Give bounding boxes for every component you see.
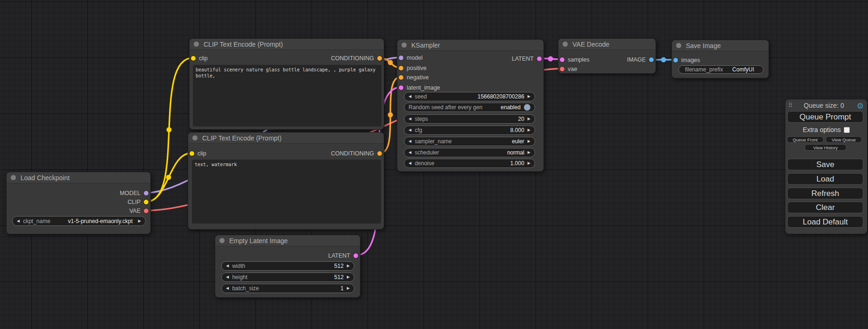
output-vae[interactable]: VAE [129, 206, 148, 216]
link-dot-negative[interactable] [388, 112, 393, 118]
input-clip[interactable]: clip [191, 54, 208, 63]
collapse-dot-icon[interactable] [676, 43, 681, 48]
latent-port-dot[interactable] [353, 253, 358, 258]
collapse-dot-icon[interactable] [11, 175, 16, 180]
model-port-dot[interactable] [399, 56, 403, 60]
link-dot-clip1[interactable] [167, 127, 172, 133]
node-clip-text-encode-positive[interactable]: CLIP Text Encode (Prompt) clip CONDITION… [189, 38, 384, 130]
positive-prompt-textarea[interactable]: beautiful scenery nature glass bottle la… [193, 65, 381, 126]
batch-size-widget[interactable]: ◀ batch_size 1 ▶ [221, 284, 354, 293]
toggle-knob-icon[interactable] [524, 104, 530, 111]
gear-icon[interactable]: ⚙ [857, 101, 864, 111]
denoise-widget[interactable]: ◀ denoise 1.000 ▶ [404, 159, 535, 168]
input-model[interactable]: model [399, 53, 423, 63]
clip-port-dot[interactable] [144, 200, 148, 204]
load-button[interactable]: Load [787, 173, 863, 185]
input-images[interactable]: images [673, 56, 700, 65]
input-vae[interactable]: vae [560, 64, 577, 74]
random-seed-toggle-widget[interactable]: Random seed after every gen enabled [404, 103, 535, 112]
scheduler-widget[interactable]: ◀ scheduler normal ▶ [404, 148, 535, 157]
input-clip[interactable]: clip [190, 149, 206, 158]
node-empty-latent-image[interactable]: Empty Latent Image LATENT ◀ width 512 ▶ … [215, 235, 360, 298]
node-vae-decode[interactable]: VAE Decode samples IMAGE vae [558, 38, 656, 74]
input-negative[interactable]: negative [399, 73, 429, 82]
node-title-bar[interactable]: VAE Decode [558, 39, 656, 50]
seed-widget[interactable]: ◀ seed 156680208700286 ▶ [404, 92, 535, 101]
queue-prompt-button[interactable]: Queue Prompt [787, 111, 863, 123]
arrow-right-icon[interactable]: ▶ [528, 140, 530, 143]
link-dot-samples[interactable] [548, 56, 553, 62]
node-title-bar[interactable]: CLIP Text Encode (Prompt) [188, 133, 384, 144]
output-conditioning[interactable]: CONDITIONING [331, 54, 382, 63]
width-widget[interactable]: ◀ width 512 ▶ [221, 261, 354, 271]
save-button[interactable]: Save [787, 159, 863, 170]
latent-port-dot[interactable] [560, 57, 565, 62]
arrow-right-icon[interactable]: ▶ [138, 219, 141, 223]
arrow-left-icon[interactable]: ◀ [409, 140, 411, 143]
arrow-left-icon[interactable]: ◀ [409, 161, 411, 165]
arrow-right-icon[interactable]: ▶ [347, 264, 350, 268]
conditioning-port-dot[interactable] [399, 75, 403, 80]
output-latent[interactable]: LATENT [512, 54, 542, 63]
arrow-right-icon[interactable]: ▶ [528, 151, 530, 154]
height-widget[interactable]: ◀ height 512 ▶ [221, 273, 354, 282]
collapse-dot-icon[interactable] [192, 135, 198, 140]
view-history-button[interactable]: View History [804, 144, 847, 151]
arrow-left-icon[interactable]: ◀ [409, 117, 411, 121]
ckpt-name-widget[interactable]: ◀ ckpt_name v1-5-pruned-emaonly.ckpt ▶ [12, 216, 146, 226]
arrow-left-icon[interactable]: ◀ [409, 95, 411, 98]
queue-panel[interactable]: ⠿ Queue size: 0 ⚙ Queue Prompt Extra opt… [785, 99, 867, 234]
output-model[interactable]: MODEL [120, 189, 148, 198]
refresh-button[interactable]: Refresh [787, 188, 863, 199]
vae-port-dot[interactable] [144, 209, 148, 213]
node-title-bar[interactable]: KSampler [397, 40, 543, 51]
conditioning-port-dot[interactable] [399, 66, 403, 70]
input-positive[interactable]: positive [399, 63, 426, 73]
node-save-image[interactable]: Save Image images filename_prefix ComfyU… [671, 40, 769, 78]
node-title-bar[interactable]: Empty Latent Image [215, 235, 360, 246]
arrow-left-icon[interactable]: ◀ [409, 128, 411, 132]
filename-prefix-widget[interactable]: filename_prefix ComfyUI [678, 65, 763, 74]
conditioning-port-dot[interactable] [377, 151, 382, 156]
steps-widget[interactable]: ◀ steps 20 ▶ [404, 114, 535, 124]
arrow-left-icon[interactable]: ◀ [17, 219, 20, 223]
vae-port-dot[interactable] [560, 67, 565, 71]
latent-port-dot[interactable] [537, 56, 542, 61]
collapse-dot-icon[interactable] [219, 238, 225, 243]
load-default-button[interactable]: Load Default [787, 216, 863, 228]
arrow-right-icon[interactable]: ▶ [528, 128, 530, 132]
node-title-bar[interactable]: Load Checkpoint [7, 172, 150, 183]
node-load-checkpoint[interactable]: Load Checkpoint MODEL CLIP VAE ◀ ckpt_na… [6, 172, 151, 234]
sampler-name-widget[interactable]: ◀ sampler_name euler ▶ [404, 137, 535, 146]
arrow-right-icon[interactable]: ▶ [528, 161, 530, 165]
link-dot-positive[interactable] [388, 60, 393, 65]
clip-port-dot[interactable] [190, 151, 194, 156]
cfg-widget[interactable]: ◀ cfg 8.000 ▶ [404, 126, 535, 135]
clear-button[interactable]: Clear [787, 202, 863, 213]
queue-front-button[interactable]: Queue Front [787, 136, 824, 143]
output-conditioning[interactable]: CONDITIONING [331, 149, 382, 158]
latent-port-dot[interactable] [399, 85, 403, 90]
clip-port-dot[interactable] [191, 56, 196, 61]
image-port-dot[interactable] [649, 57, 654, 62]
arrow-right-icon[interactable]: ▶ [347, 275, 350, 279]
node-title-bar[interactable]: CLIP Text Encode (Prompt) [190, 39, 384, 50]
input-samples[interactable]: samples [560, 55, 590, 64]
node-title-bar[interactable]: Save Image [672, 40, 769, 51]
arrow-right-icon[interactable]: ▶ [528, 95, 530, 98]
arrow-left-icon[interactable]: ◀ [226, 275, 229, 279]
collapse-dot-icon[interactable] [194, 42, 199, 47]
node-ksampler[interactable]: KSampler model LATENT positive negative … [397, 39, 544, 172]
collapse-dot-icon[interactable] [402, 42, 407, 48]
arrow-left-icon[interactable]: ◀ [409, 151, 411, 154]
input-latent-image[interactable]: latent_image [399, 83, 440, 92]
conditioning-port-dot[interactable] [377, 56, 382, 61]
model-port-dot[interactable] [144, 191, 148, 196]
arrow-left-icon[interactable]: ◀ [226, 264, 229, 268]
node-graph-canvas[interactable]: Load Checkpoint MODEL CLIP VAE ◀ ckpt_na… [0, 0, 868, 329]
extra-options-checkbox[interactable] [844, 127, 850, 133]
view-queue-button[interactable]: View Queue [826, 136, 862, 143]
node-clip-text-encode-negative[interactable]: CLIP Text Encode (Prompt) clip CONDITION… [188, 132, 384, 230]
arrow-right-icon[interactable]: ▶ [528, 117, 530, 121]
output-image[interactable]: IMAGE [627, 55, 654, 64]
